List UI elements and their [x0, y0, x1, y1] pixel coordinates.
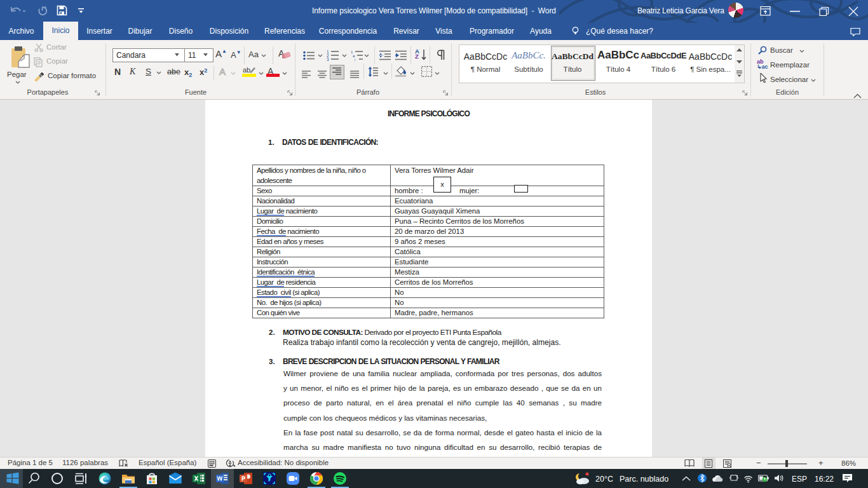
svg-text:i: i	[355, 58, 355, 61]
svg-text:3: 3	[327, 57, 329, 61]
